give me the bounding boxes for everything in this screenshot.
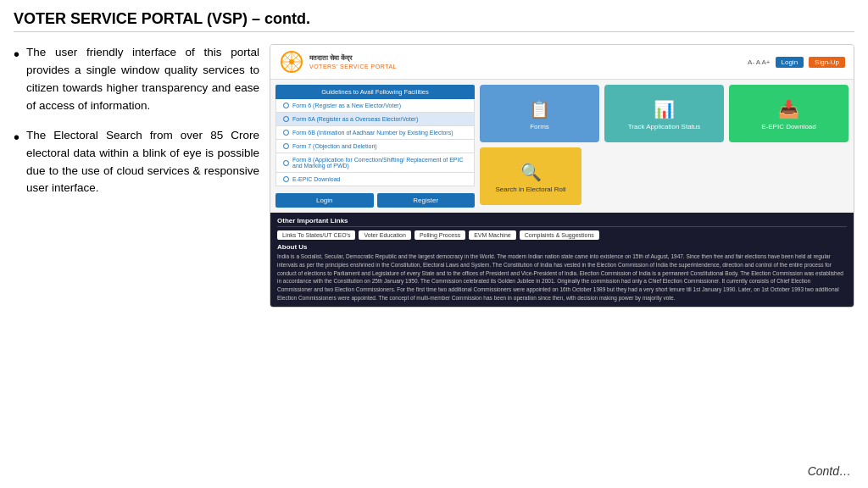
page-container: VOTER SERVICE PORTAL (VSP) – contd. • Th… bbox=[0, 0, 868, 488]
portal-header-right: A- A A+ Login Sign-Up bbox=[748, 57, 845, 68]
portal-title-block: मतदाता सेवा केंद्र VOTERS' SERVICE PORTA… bbox=[309, 54, 397, 69]
contd-label: Contd… bbox=[808, 464, 851, 478]
portal-mockup: मतदाता सेवा केंद्र VOTERS' SERVICE PORTA… bbox=[270, 44, 854, 308]
portal-cards-bottom-row: 🔍 Search in Electoral Roll bbox=[480, 147, 849, 205]
link-polling-process[interactable]: Polling Process bbox=[415, 230, 465, 240]
right-section: मतदाता सेवा केंद्र VOTERS' SERVICE PORTA… bbox=[270, 44, 854, 308]
bullet-text-1: The user friendly interface of this port… bbox=[26, 44, 259, 115]
portal-login-area: Login Register bbox=[275, 193, 475, 208]
search-label: Search in Electoral Roll bbox=[495, 186, 565, 193]
portal-links-row: Links To States/UT CEO's Voter Education… bbox=[277, 230, 847, 240]
link-complaints[interactable]: Complaints & Suggestions bbox=[520, 230, 599, 240]
portal-cards-top-row: 📋 Forms 📊 Track Application Status 📥 E-E… bbox=[480, 85, 849, 142]
portal-menu-item-4[interactable]: Form 8 (Application for Correction/Shift… bbox=[275, 153, 475, 173]
menu-item-text-1: Form 6A (Register as a Overseas Elector/… bbox=[292, 116, 418, 122]
portal-bottom: Other Important Links Links To States/UT… bbox=[270, 213, 854, 307]
portal-menu-item-2[interactable]: Form 6B (Intimation of Aadhaar Number by… bbox=[275, 126, 475, 140]
menu-dot-4 bbox=[283, 160, 289, 166]
about-us-header: About Us bbox=[277, 243, 847, 251]
bullet-list: • The user friendly interface of this po… bbox=[14, 44, 259, 197]
link-states-ceos[interactable]: Links To States/UT CEO's bbox=[277, 230, 355, 240]
menu-dot-2 bbox=[283, 130, 289, 136]
portal-important-links-header: Other Important Links bbox=[277, 217, 847, 227]
menu-dot-1 bbox=[283, 116, 289, 122]
link-evm-machine[interactable]: EVM Machine bbox=[469, 230, 516, 240]
link-voter-education[interactable]: Voter Education bbox=[359, 230, 410, 240]
bullet-item-2: • The Electoral Search from over 85 Cror… bbox=[14, 127, 259, 198]
menu-item-text-4: Form 8 (Application for Correction/Shift… bbox=[292, 157, 467, 169]
font-size-controls[interactable]: A- A A+ bbox=[748, 58, 770, 66]
menu-item-text-2: Form 6B (Intimation of Aadhaar Number by… bbox=[292, 130, 453, 136]
menu-item-text-3: Form 7 (Objection and Deletion) bbox=[292, 143, 377, 149]
portal-right-cards: 📋 Forms 📊 Track Application Status 📥 E-E… bbox=[480, 85, 849, 208]
menu-dot-5 bbox=[283, 176, 289, 182]
forms-icon: 📋 bbox=[529, 99, 550, 119]
bullet-item-1: • The user friendly interface of this po… bbox=[14, 44, 259, 115]
search-icon: 🔍 bbox=[520, 162, 542, 182]
bullet-dot-2: • bbox=[14, 129, 19, 198]
menu-dot-0 bbox=[283, 103, 289, 108]
portal-card-search[interactable]: 🔍 Search in Electoral Roll bbox=[480, 147, 581, 205]
page-title: VOTER SERVICE PORTAL (VSP) – contd. bbox=[14, 10, 854, 32]
portal-menu-item-5[interactable]: E-EPIC Download bbox=[275, 173, 475, 186]
portal-header-login-btn[interactable]: Login bbox=[776, 57, 804, 68]
epic-label: E-EPIC Download bbox=[761, 123, 815, 130]
portal-menu-item-1[interactable]: Form 6A (Register as a Overseas Elector/… bbox=[275, 113, 475, 126]
portal-card-forms[interactable]: 📋 Forms bbox=[480, 85, 599, 142]
portal-header: मतदाता सेवा केंद्र VOTERS' SERVICE PORTA… bbox=[270, 45, 854, 80]
portal-menu-item-3[interactable]: Form 7 (Objection and Deletion) bbox=[275, 140, 475, 153]
track-icon: 📊 bbox=[654, 99, 675, 119]
portal-register-btn[interactable]: Register bbox=[377, 193, 476, 208]
epic-icon: 📥 bbox=[778, 99, 799, 119]
portal-left-menu: Guidelines to Avail Following Facilities… bbox=[275, 85, 475, 208]
portal-menu-item-0[interactable]: Form 6 (Register as a New Elector/Voter) bbox=[275, 99, 475, 113]
left-section: • The user friendly interface of this po… bbox=[14, 44, 259, 308]
portal-card-epic[interactable]: 📥 E-EPIC Download bbox=[729, 85, 849, 142]
bullet-text-2: The Electoral Search from over 85 Crore … bbox=[26, 127, 259, 198]
portal-menu-header: Guidelines to Avail Following Facilities bbox=[275, 85, 475, 99]
portal-logo-sub: VOTERS' SERVICE PORTAL bbox=[309, 64, 397, 69]
menu-item-text-5: E-EPIC Download bbox=[292, 176, 340, 182]
menu-dot-3 bbox=[283, 143, 289, 149]
portal-header-signup-btn[interactable]: Sign-Up bbox=[809, 57, 845, 68]
forms-label: Forms bbox=[530, 123, 549, 130]
main-content: • The user friendly interface of this po… bbox=[14, 44, 854, 308]
portal-logo-icon bbox=[279, 49, 304, 75]
menu-item-text-0: Form 6 (Register as a New Elector/Voter) bbox=[292, 103, 401, 108]
portal-logo-area: मतदाता सेवा केंद्र VOTERS' SERVICE PORTA… bbox=[279, 49, 397, 75]
portal-card-track[interactable]: 📊 Track Application Status bbox=[604, 85, 724, 142]
portal-logo-text: मतदाता सेवा केंद्र bbox=[309, 54, 397, 63]
portal-body: Guidelines to Avail Following Facilities… bbox=[270, 80, 854, 213]
about-us-text: India is a Socialist, Secular, Democrati… bbox=[277, 252, 847, 302]
bullet-dot-1: • bbox=[14, 46, 19, 115]
portal-login-btn[interactable]: Login bbox=[275, 193, 374, 208]
track-label: Track Application Status bbox=[628, 123, 701, 130]
